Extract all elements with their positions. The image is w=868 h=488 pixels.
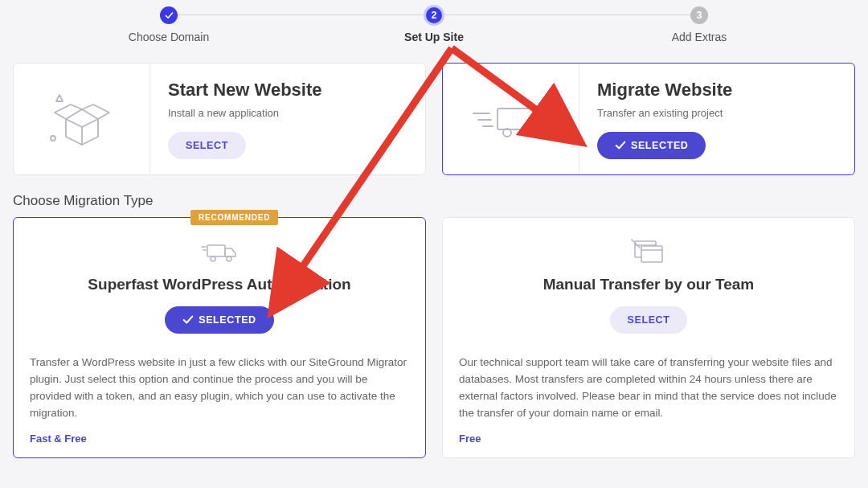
section-title: Choose Migration Type xyxy=(0,175,868,217)
step-label: Set Up Site xyxy=(404,31,464,43)
card-description: Transfer a WordPress website in just a f… xyxy=(30,355,409,423)
select-button[interactable]: SELECT xyxy=(610,306,688,334)
step-number-icon: 3 xyxy=(690,6,708,24)
button-label: SELECTED xyxy=(631,140,688,151)
checkmark-icon xyxy=(182,314,194,326)
card-body: Migrate Website Transfer an existing pro… xyxy=(579,65,854,174)
card-footer: Fast & Free xyxy=(30,433,87,445)
button-label: SELECT xyxy=(628,314,670,326)
setup-options-row: Start New Website Install a new applicat… xyxy=(0,43,868,175)
svg-rect-3 xyxy=(497,109,533,129)
box-illustration-icon xyxy=(14,64,150,174)
migration-type-row: RECOMMENDED Superfast WordPress Automigr… xyxy=(0,217,868,458)
checkmark-icon xyxy=(160,6,178,24)
stepper: Choose Domain 2 Set Up Site 3 Add Extras xyxy=(0,0,868,43)
step-number-icon: 2 xyxy=(424,5,444,26)
card-subtitle: Transfer an existing project xyxy=(597,107,837,119)
card-title: Start New Website xyxy=(168,80,407,100)
svg-rect-9 xyxy=(207,245,225,256)
card-automigration[interactable]: RECOMMENDED Superfast WordPress Automigr… xyxy=(13,217,426,458)
card-footer: Free xyxy=(459,433,481,445)
card-migrate-website[interactable]: Migrate Website Transfer an existing pro… xyxy=(442,63,855,175)
step-add-extras[interactable]: 3 Add Extras xyxy=(651,6,747,43)
fast-truck-icon xyxy=(201,237,238,266)
step-label: Add Extras xyxy=(672,31,727,43)
step-setup-site[interactable]: 2 Set Up Site xyxy=(386,6,482,43)
step-choose-domain[interactable]: Choose Domain xyxy=(121,6,217,43)
card-subtitle: Install a new application xyxy=(168,107,407,119)
card-body: Start New Website Install a new applicat… xyxy=(150,65,425,174)
recommended-badge: RECOMMENDED xyxy=(190,210,278,225)
button-label: SELECT xyxy=(186,140,228,151)
selected-button[interactable]: SELECTED xyxy=(597,132,706,159)
svg-point-11 xyxy=(227,256,231,261)
card-title: Superfast WordPress Automigration xyxy=(88,276,350,293)
checkmark-icon xyxy=(615,140,626,151)
select-button[interactable]: SELECT xyxy=(168,132,246,159)
windows-icon xyxy=(630,237,667,266)
card-description: Our technical support team will take car… xyxy=(459,355,838,423)
svg-rect-16 xyxy=(641,246,662,262)
card-manual-transfer[interactable]: Manual Transfer by our Team SELECT Our t… xyxy=(442,217,855,458)
truck-illustration-icon xyxy=(443,64,579,174)
card-start-new-website[interactable]: Start New Website Install a new applicat… xyxy=(13,63,426,175)
svg-point-2 xyxy=(51,136,55,141)
selected-button[interactable]: SELECTED xyxy=(165,306,273,334)
card-title: Manual Transfer by our Team xyxy=(543,276,755,293)
svg-point-10 xyxy=(211,256,215,261)
button-label: SELECTED xyxy=(199,314,256,326)
card-title: Migrate Website xyxy=(597,80,837,100)
step-label: Choose Domain xyxy=(129,31,209,43)
svg-marker-1 xyxy=(56,95,63,101)
